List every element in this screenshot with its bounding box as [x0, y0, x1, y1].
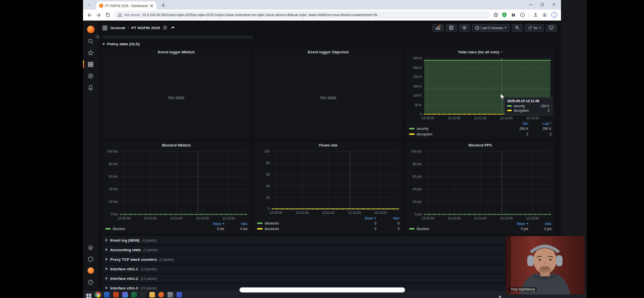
svg-text:?: ?	[90, 281, 92, 284]
legend-series-name[interactable]: decryption	[417, 132, 505, 136]
sidebar-bottom-group: ?	[83, 242, 98, 288]
sidebar-item-configuration[interactable]	[83, 242, 98, 253]
legend-header-max[interactable]: Max	[376, 216, 399, 220]
panel-title[interactable]: Blocked Mbits/s	[102, 142, 251, 148]
favorite-dashboard-icon[interactable]	[163, 25, 168, 30]
taskbar-photos-icon[interactable]	[122, 292, 128, 297]
panel-title[interactable]: Event logger Objects/s	[254, 49, 403, 55]
x-tick-label: 12:09:00	[270, 211, 283, 214]
sidebar-item-server-admin[interactable]	[83, 253, 98, 265]
time-range-picker[interactable]: Last 5 minutes	[472, 24, 510, 32]
legend-series-name[interactable]: blocked/s	[265, 227, 353, 231]
legend-row-Blocked: Blocked0 p/s0 p/s	[409, 226, 551, 232]
legend-series-name[interactable]: Blocked	[417, 227, 505, 231]
legend-header-min[interactable]: Min	[505, 122, 528, 125]
toolbar-divider	[529, 13, 529, 18]
panel-title[interactable]: Total rules (for all vctx)	[406, 49, 554, 55]
refresh-interval-label: 5s	[534, 26, 537, 30]
window-minimize-icon[interactable]	[529, 3, 533, 7]
save-dashboard-button[interactable]	[446, 24, 457, 32]
blocked-pps-chart[interactable]: 0 p/s20 p/s40 p/s60 p/s80 p/s100 p/s12:0…	[406, 148, 554, 221]
browser-menu-icon[interactable]	[551, 12, 557, 18]
x-tick-label: 12:09:00	[422, 116, 435, 120]
adblock-shield-icon[interactable]	[502, 12, 507, 18]
sidebar-grafana-logo[interactable]	[83, 24, 98, 35]
collapsed-row-interface-eth1-2[interactable]: Interface eth1-2(23 panels)	[102, 274, 557, 282]
legend-header-mean[interactable]: Mean	[353, 216, 376, 220]
panel-row-2: Blocked Mbits/s 0 b/s20 b/s40 b/s60 b/s8…	[102, 142, 557, 234]
taskbar-windows-start-icon[interactable]	[86, 292, 92, 297]
address-bar[interactable]: Not secure 10.0.106.40:3001/d/pt-ngfw-20…	[114, 11, 490, 19]
browser-profile-avatar[interactable]	[542, 12, 547, 18]
taskbar-app-green-icon[interactable]	[131, 292, 137, 297]
legend-header-max[interactable]: Max	[528, 222, 551, 226]
window-maximize-icon[interactable]	[540, 3, 544, 7]
breadcrumb-folder[interactable]: General	[110, 26, 125, 30]
taskbar-app-orange-icon[interactable]	[113, 292, 119, 297]
legend-header-mean[interactable]: Mean	[505, 222, 528, 226]
collapsed-row-interface-eth1-1[interactable]: Interface eth1-1(23 panels)	[102, 265, 557, 273]
legend-series-name[interactable]: security	[417, 127, 505, 130]
collapsed-row-accounting-stats[interactable]: Accounting stats(2 panels)	[102, 246, 557, 254]
legend-series-name[interactable]: Blocked	[113, 227, 201, 231]
sidebar-item-profile[interactable]	[83, 265, 98, 276]
url-text: 10.0.106.40:3001/d/pt-ngfw-2025/pt-ngfw-…	[142, 13, 486, 17]
downloads-icon[interactable]	[533, 12, 538, 18]
browser-tab[interactable]: PT NGFW 2025 - Dashboards	[96, 2, 156, 10]
zoom-out-button[interactable]	[512, 24, 523, 32]
extension-ring-icon[interactable]	[520, 12, 525, 18]
panel-menu-icon[interactable]	[501, 51, 503, 53]
blocked-mbits-chart[interactable]: 0 b/s20 b/s40 b/s60 b/s80 b/s100 b/s12:0…	[102, 148, 251, 221]
panel-title[interactable]: Blocked PPS	[406, 142, 554, 148]
tab-close-icon[interactable]	[150, 4, 153, 8]
taskbar-app-blue-icon[interactable]	[104, 292, 110, 297]
sidebar-item-starred[interactable]	[83, 47, 98, 58]
taskbar-app-dark-icon[interactable]	[140, 292, 146, 297]
collapsed-row-proxy-tcp-stack-counters[interactable]: Proxy TCP stack counters(2 panels)	[102, 255, 557, 263]
section-row-policy-stats[interactable]: Policy stats (OLD)	[102, 40, 557, 48]
taskbar-folder-icon[interactable]	[149, 292, 155, 297]
tab-search-button[interactable]	[87, 3, 92, 8]
sidebar-item-explore[interactable]	[83, 70, 98, 82]
y-tick-label: 100	[264, 150, 270, 153]
sidebar-item-dashboards[interactable]	[83, 58, 98, 70]
bookmark-star-icon[interactable]	[493, 12, 499, 18]
refresh-button[interactable]: 5s	[525, 24, 544, 32]
taskbar-show-hidden-icons[interactable]	[499, 287, 502, 296]
reload-button[interactable]	[105, 12, 111, 18]
legend-series-name[interactable]: allowed/s	[265, 221, 353, 225]
share-dashboard-icon[interactable]	[170, 25, 175, 30]
new-tab-button[interactable]	[160, 2, 167, 9]
cycle-view-button[interactable]	[546, 24, 557, 32]
webcam-name-label: Yury Dyshlevoy	[509, 287, 537, 291]
taskbar-chrome-icon[interactable]	[95, 292, 101, 297]
legend-row-decryption: decryption22	[409, 131, 551, 137]
forward-button[interactable]	[96, 12, 102, 18]
y-tick-label: 100 K	[413, 94, 422, 97]
panel-title[interactable]: Event logger Mbits/s	[102, 49, 251, 55]
y-tick-label: 150 K	[413, 85, 422, 88]
taskbar-app-gray-icon[interactable]	[168, 292, 173, 297]
panel-title[interactable]: Flows rate	[254, 142, 403, 148]
flows-rate-chart[interactable]: 02040608010012:09:0012:10:0012:11:0012:1…	[254, 148, 403, 215]
legend-header-last[interactable]: Last *	[528, 122, 551, 125]
chevron-down-icon	[505, 27, 507, 29]
sidebar-expand-button[interactable]	[95, 34, 100, 39]
window-close-icon[interactable]	[552, 3, 556, 7]
extension-m-icon[interactable]: M	[511, 12, 516, 18]
sidebar-item-help[interactable]: ?	[83, 276, 98, 288]
back-button[interactable]	[87, 12, 93, 18]
legend-header-row: MeanMax	[105, 221, 248, 226]
no-data-label: No data	[254, 55, 403, 139]
taskbar-app-teams-icon[interactable]	[177, 292, 182, 297]
chevron-right-icon	[106, 277, 108, 280]
legend-header-mean[interactable]: Mean	[201, 222, 224, 226]
legend-header-max[interactable]: Max	[224, 222, 248, 226]
collapsed-row-title: Interface eth1-1	[110, 267, 138, 271]
collapsed-row-event-log-new-[interactable]: Event log (NEW)(4 panels)	[102, 236, 557, 244]
add-panel-button[interactable]	[432, 24, 444, 32]
sidebar-item-alerting[interactable]	[83, 82, 98, 93]
dashboard-settings-button[interactable]	[459, 24, 470, 32]
breadcrumb-dashboard-title[interactable]: PT NGFW 2025	[131, 26, 160, 30]
taskbar-firefox-icon[interactable]	[158, 292, 164, 297]
